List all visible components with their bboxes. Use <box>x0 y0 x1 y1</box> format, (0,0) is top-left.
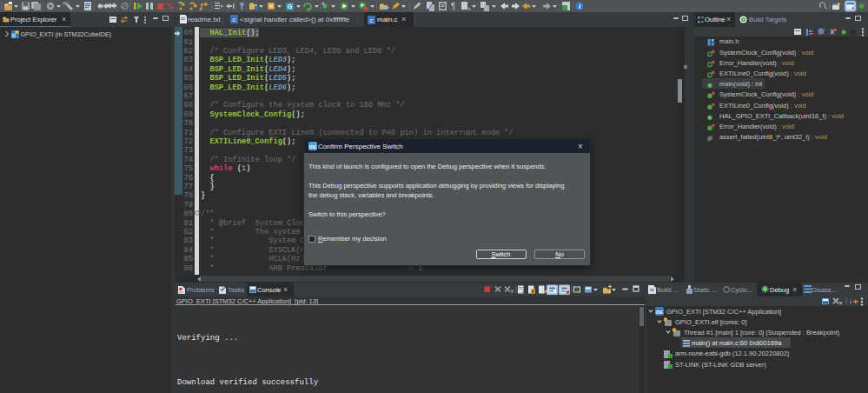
svg-text:c: c <box>370 17 374 24</box>
svg-text:G: G <box>288 3 293 10</box>
svg-text:IDE: IDE <box>309 144 317 150</box>
svg-text:c: c <box>233 16 236 23</box>
svg-text:i: i <box>850 297 852 306</box>
svg-text:IDE: IDE <box>656 310 664 315</box>
svg-text:¶: ¶ <box>451 2 455 11</box>
